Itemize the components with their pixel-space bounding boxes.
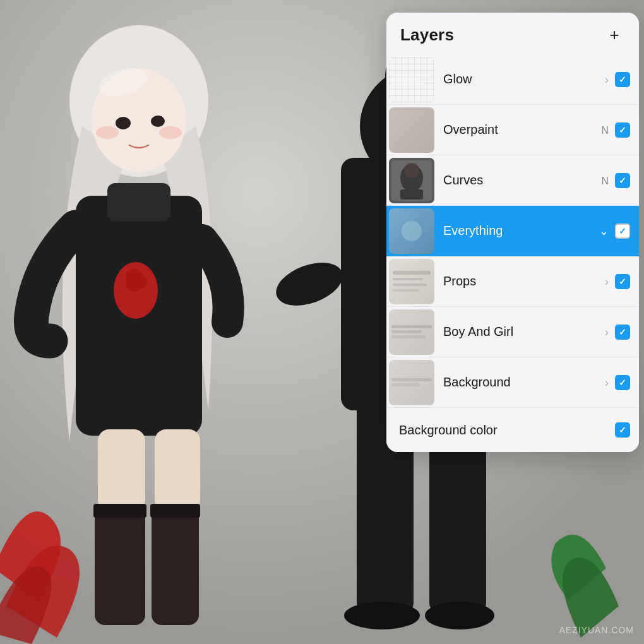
layer-right-everything: ⌄	[599, 224, 630, 239]
layer-info-curves: Curves	[443, 173, 601, 188]
layer-right-boyandgirl: ›	[605, 325, 630, 340]
layer-item-everything[interactable]: Everything ⌄	[386, 206, 639, 256]
layer-name-background: Background	[443, 375, 605, 390]
layers-list: Glow › Overpaint N	[386, 54, 639, 408]
svg-rect-23	[93, 504, 146, 518]
layer-item-background[interactable]: Background ›	[386, 357, 639, 408]
background-color-right	[615, 422, 630, 438]
visibility-checkbox-boyandgirl[interactable]	[615, 325, 630, 340]
layer-item-overpaint[interactable]: Overpaint N	[386, 105, 639, 155]
chevron-down-icon-everything: ⌄	[599, 225, 609, 237]
visibility-checkbox-curves[interactable]	[615, 173, 630, 188]
layer-right-props: ›	[605, 274, 630, 289]
layer-item-props[interactable]: Props ›	[386, 256, 639, 307]
svg-point-15	[151, 116, 165, 127]
visibility-checkbox-everything[interactable]	[615, 224, 630, 239]
chevron-right-icon-boyandgirl: ›	[605, 326, 609, 338]
svg-rect-17	[107, 183, 170, 221]
background-color-label: Background color	[395, 423, 615, 438]
visibility-checkbox-props[interactable]	[615, 274, 630, 289]
layer-thumb-curves	[389, 158, 434, 203]
svg-rect-19	[98, 429, 145, 511]
layer-info-glow: Glow	[443, 72, 605, 86]
layer-right-background: ›	[605, 375, 630, 390]
layer-right-glow: ›	[605, 72, 630, 87]
layers-panel: Layers + Glow › Overpa	[386, 13, 639, 452]
layer-name-overpaint: Overpaint	[443, 122, 601, 137]
layer-item-boyandgirl[interactable]: Boy And Girl ›	[386, 307, 639, 357]
layer-info-everything: Everything	[443, 224, 599, 238]
visibility-checkbox-overpaint[interactable]	[615, 122, 630, 138]
layer-mode-overpaint: N	[601, 125, 609, 136]
svg-rect-24	[150, 504, 200, 518]
chevron-right-icon-props: ›	[605, 276, 609, 287]
panel-title: Layers	[400, 25, 454, 45]
layer-name-everything: Everything	[443, 224, 599, 238]
svg-rect-21	[95, 505, 145, 625]
layer-thumb-glow	[389, 57, 434, 102]
add-layer-button[interactable]: +	[604, 24, 625, 45]
layer-thumb-props	[389, 259, 434, 304]
layer-right-curves: N	[601, 173, 630, 188]
layer-thumb-background	[389, 360, 434, 405]
svg-point-14	[116, 117, 131, 129]
svg-point-29	[404, 163, 419, 178]
layer-name-glow: Glow	[443, 72, 605, 86]
layer-info-background: Background	[443, 375, 605, 390]
svg-point-12	[96, 126, 119, 139]
layer-info-props: Props	[443, 274, 605, 289]
layer-right-overpaint: N	[601, 122, 630, 138]
layer-mode-curves: N	[601, 176, 609, 187]
layer-thumb-overpaint	[389, 107, 434, 153]
svg-point-9	[425, 602, 494, 629]
svg-rect-30	[400, 189, 423, 200]
layer-thumb-boyandgirl	[389, 309, 434, 355]
chevron-right-icon-glow: ›	[605, 74, 609, 85]
svg-rect-20	[155, 429, 200, 511]
layer-name-curves: Curves	[443, 173, 601, 188]
layer-thumb-everything	[389, 208, 434, 254]
layer-name-boyandgirl: Boy And Girl	[443, 325, 605, 339]
visibility-checkbox-bgcolor[interactable]	[615, 422, 630, 438]
layer-info-overpaint: Overpaint	[443, 122, 601, 137]
visibility-checkbox-background[interactable]	[615, 375, 630, 390]
layer-name-props: Props	[443, 274, 605, 289]
layer-item-curves[interactable]: Curves N	[386, 155, 639, 206]
panel-header: Layers +	[386, 13, 639, 54]
layer-item-glow[interactable]: Glow ›	[386, 54, 639, 105]
svg-rect-22	[152, 505, 199, 625]
chevron-right-icon-background: ›	[605, 377, 609, 388]
svg-point-13	[159, 126, 182, 139]
watermark: AEZIYUAN.COM	[559, 625, 634, 635]
visibility-checkbox-glow[interactable]	[615, 72, 630, 87]
svg-point-8	[344, 602, 420, 629]
background-color-row[interactable]: Background color	[386, 408, 639, 452]
layer-info-boyandgirl: Boy And Girl	[443, 325, 605, 339]
